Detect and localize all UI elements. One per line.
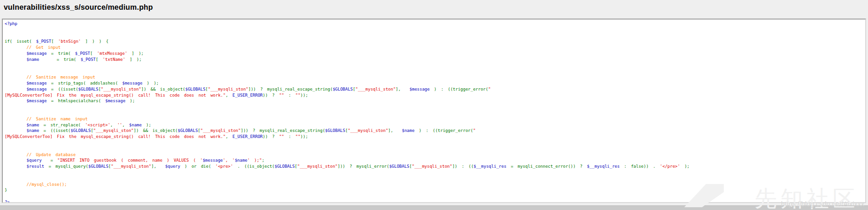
page-header: vulnerabilities/xss_s/source/medium.php [0,0,868,15]
code-line: // Get input [5,45,863,51]
code-line: $message = ((isset($GLOBALS["___mysqli_s… [5,86,863,92]
code-line [5,170,863,176]
code-line: $message = htmlspecialchars( $message ); [5,98,863,104]
code-line [5,27,863,33]
code-line [5,176,863,182]
code-panel: <?phpif( isset( $_POST[ 'btnSign' ] ) ) … [2,19,866,203]
bottom-edge-bar [0,205,868,210]
code-line [5,68,863,74]
code-line: $name = trim( $_POST[ 'txtName' ] ); [5,57,863,63]
code-line: $result = mysqli_query($GLOBALS["___mysq… [5,164,863,170]
code-line: ?> [5,199,863,203]
code-line: // Update database [5,152,863,158]
code-line [5,104,863,110]
code-line: [MySQLConverterToo] Fix the mysql_escape… [5,92,863,98]
code-line: <?php [5,21,863,27]
code-line: [MySQLConverterToo] Fix the mysql_escape… [5,134,863,140]
code-line: //mysql_close(); [5,182,863,188]
code-line [5,110,863,116]
code-line [5,140,863,146]
code-line: $name = ((isset($GLOBALS["___mysqli_ston… [5,128,863,134]
code-line: $message = trim( $_POST[ 'mtxMessage' ] … [5,51,863,57]
source-view-page: { "header": { "title": "vulnerabilities/… [0,0,868,210]
code-line [5,146,863,152]
code-line [5,33,863,39]
code-line: // Sanitize message input [5,74,863,80]
source-code: <?phpif( isset( $_POST[ 'btnSign' ] ) ) … [5,21,863,203]
watermark-url: https://blog.csdn.net/Aixixxx [781,200,864,208]
code-line: $query = "INSERT INTO guestbook ( commen… [5,158,863,164]
code-line: } [5,187,863,193]
code-line: // Sanitize name input [5,116,863,122]
code-line [5,63,863,69]
code-line: $name = str_replace( '<script>', '', $na… [5,122,863,128]
code-line: if( isset( $_POST[ 'btnSign' ] ) ) { [5,39,863,45]
code-line: $message = strip_tags( addslashes( $mess… [5,80,863,86]
code-line [5,193,863,199]
page-title: vulnerabilities/xss_s/source/medium.php [4,3,153,11]
